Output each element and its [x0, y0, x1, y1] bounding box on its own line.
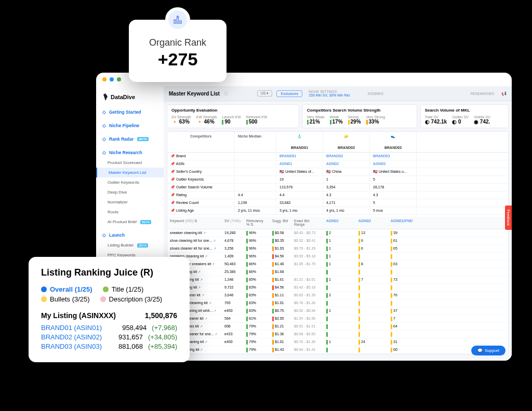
- my-listing-row: My Listing (ASINXXX)1,500,876: [41, 311, 177, 320]
- nav-outlier-keywords[interactable]: Outlier Keywords: [96, 177, 164, 187]
- keyword-row[interactable]: cleaning shoes kit↗60879%$1.21$0.91 - $1…: [167, 323, 508, 331]
- juice-title: Listing Ranking Juice (R): [41, 267, 177, 278]
- svg-rect-2: [180, 21, 181, 23]
- keyword-table-header: Keyword (500) ⇅ SV (742k) Relevancy % ⇅ …: [167, 217, 508, 229]
- keyword-row[interactable]: shoes cleaner kit for sne...↗3,25696%$1.…: [167, 245, 508, 253]
- juice-brand-row[interactable]: BRAND03 (ASIN03)881,068 (+85,394): [41, 342, 177, 350]
- page-header: Master Keyword List ⓘ US ▾ Exclusions NI…: [164, 86, 512, 101]
- keyword-row[interactable]: sneaker cleaner kit↗3,64683%$1.11$0.83 -…: [167, 292, 508, 299]
- nav-rank-radar[interactable]: ◇Rank RadarBETA: [96, 134, 164, 144]
- juice-legend: Overall (1/25) Title (1/25) Bullets (3/2…: [41, 285, 177, 303]
- brand-name: DataDive: [111, 94, 135, 100]
- nav-niche-research[interactable]: ◇Niche Research: [96, 147, 164, 158]
- svg-rect-0: [174, 20, 176, 23]
- opportunity-title: Opportunity Evaluation: [171, 108, 295, 113]
- comp-row: 📌 BrandBRAND01BRAND02BRAND03: [167, 153, 508, 160]
- nav-ai-product-brief[interactable]: AI Product BriefBETA: [96, 217, 164, 227]
- juice-brand-row[interactable]: BRAND01 (ASIN01)958,494 (+7,968): [41, 324, 177, 332]
- keyword-row[interactable]: tennis shoe cleaning kit↗76583%$1.01$0.7…: [167, 299, 508, 307]
- keyword-row[interactable]: converse cleaning kit↗e45079%$1.01$0.76 …: [167, 338, 508, 346]
- region-selector[interactable]: US ▾: [257, 90, 273, 97]
- nav-getting-started[interactable]: ◇Getting Started: [96, 107, 164, 117]
- traffic-light-green[interactable]: [117, 77, 121, 81]
- keyword-row[interactable]: shoe cleaning kit↗25,38686%$1.68: [167, 268, 508, 276]
- organic-rank-card: Organic Rank +275: [129, 20, 227, 82]
- col-median: Niche Median: [235, 132, 276, 152]
- exclusions-button[interactable]: Exclusions: [276, 90, 302, 97]
- svmkl-title: Search Volume of MKL: [425, 108, 504, 113]
- page-title: Master Keyword List: [169, 91, 220, 97]
- nav-listing-builder[interactable]: Listing BuilderBETA: [96, 240, 164, 250]
- comp-row: 📌 Review Count1,15933,6824,1715: [167, 199, 508, 207]
- keyword-row[interactable]: sneaker cleaning kit↗19,28096%$0.58$0.43…: [167, 229, 508, 237]
- logo[interactable]: DataDive: [96, 90, 164, 104]
- bar-chart-icon: [165, 7, 190, 32]
- competitors-title: Competitors Search Volume Strength: [307, 108, 413, 113]
- niche-settings-label: NICHE SETTINGS: [309, 90, 351, 93]
- ranking-juice-card: Listing Ranking Juice (R) Overall (1/25)…: [29, 257, 190, 362]
- researched-label: RESEARCHED: [471, 92, 494, 95]
- svmkl-panel: Search Volume of MKL Total SV◐ 742.1k Ou…: [420, 104, 509, 128]
- nav-deep-dive[interactable]: Deep Dive: [96, 187, 164, 197]
- nav-master-keyword-list[interactable]: Master Keyword List: [96, 168, 164, 177]
- nav-niche-pipeline[interactable]: ◇Niche Pipeline: [96, 120, 164, 131]
- feedback-tab[interactable]: Feedback: [505, 206, 512, 230]
- keyword-row[interactable]: shoe cleaning kit↗9,72283%$4.56$3.42 - $…: [167, 284, 508, 292]
- support-button[interactable]: 💬 Support: [471, 346, 506, 355]
- nav-normalizer[interactable]: Normalizer: [96, 197, 164, 207]
- organic-rank-label: Organic Rank: [140, 37, 215, 48]
- announce-icon[interactable]: 📢: [501, 91, 507, 96]
- svg-rect-1: [177, 18, 179, 23]
- kissinks-label: KISSINKS: [368, 92, 383, 95]
- col-competitors: Competitors: [167, 132, 235, 152]
- niche-settings-value[interactable]: 150 Min SV, 30% Min Rel.: [309, 93, 351, 97]
- keyword-row[interactable]: shoe cleaning kit for sne...↗4,67896%$0.…: [167, 237, 508, 245]
- competitor-table: Competitors Niche Median 🧴BRAND01 🧽BRAND…: [167, 131, 509, 354]
- main-content: Master Keyword List ⓘ US ▾ Exclusions NI…: [164, 86, 512, 361]
- nav-product-scorecard[interactable]: Product Scorecard: [96, 158, 164, 168]
- traffic-light-blue[interactable]: [110, 77, 114, 81]
- comp-row: 📌 Outlier Search Volume113,5763,35428,17…: [167, 184, 508, 191]
- comp-row: 📌 Rating4.44.44.34.3: [167, 191, 508, 199]
- keyword-row[interactable]: sneakers cleaning kit↗1,40996%$4.56$3.93…: [167, 253, 508, 261]
- comp-row: 📌 Listing Age2 yrs, 11 mos3 yrs, 1 mo4 y…: [167, 207, 508, 215]
- keyword-row[interactable]: crep shoe cleaner kit↗58481%$2.05$1.54 -…: [167, 315, 508, 323]
- juice-brand-row[interactable]: BRAND02 (ASIN02)931,657 (+34,805): [41, 333, 177, 341]
- keyword-row[interactable]: jordan cleaning kit↗79%$1.43$0.94 - $1.4…: [167, 346, 508, 354]
- keyword-row[interactable]: sneaker cleaning kit whit...↗e45083%$0.7…: [167, 307, 508, 315]
- keyword-row[interactable]: shoes cleaning kit↗1,34685%$1.61$1.21 - …: [167, 276, 508, 284]
- comp-row: 📌 ASINASIN01ASIN02ASIN03: [167, 160, 508, 168]
- comp-row: 📌 Outlier Keywords1915: [167, 176, 508, 184]
- keyword-row[interactable]: shoe cleaner sneakers kit↗50,48386%$1.40…: [167, 261, 508, 268]
- competitors-panel: Competitors Search Volume Strength Very …: [302, 104, 417, 128]
- comp-row: 📌 Seller's Country🇺🇸 United States of...…: [167, 168, 508, 176]
- opportunity-panel: Opportunity Evaluation SV Strength🔸 63% …: [167, 104, 299, 128]
- traffic-light-yellow[interactable]: [102, 77, 107, 81]
- keyword-row[interactable]: best shoe cleaner for sne...↗e43379%$1.3…: [167, 331, 508, 338]
- nav-roots[interactable]: Roots: [96, 207, 164, 217]
- organic-rank-value: +275: [140, 49, 215, 70]
- nav-launch[interactable]: ◇Launch: [96, 230, 164, 240]
